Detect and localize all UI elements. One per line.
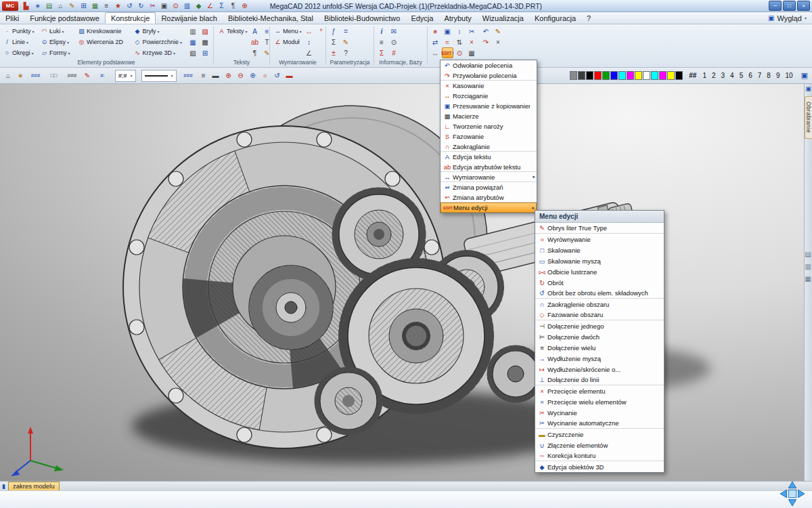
tool-icon[interactable]: ∠ bbox=[304, 47, 315, 58]
pan-navigator-icon[interactable] bbox=[780, 481, 805, 507]
menu-item-edycja-tekstu[interactable]: AEdycja tekstu bbox=[441, 152, 537, 162]
submenu-item-czyszczenie[interactable]: ▬Czyszczenie bbox=[535, 429, 664, 440]
maximize-button[interactable]: □ bbox=[783, 1, 796, 11]
menu-biblioteki-budownictwo[interactable]: Biblioteki-Budownictwo bbox=[319, 12, 406, 24]
grid-icon[interactable]: ⊞ bbox=[78, 1, 89, 11]
tool-icon[interactable]: i bbox=[376, 26, 388, 37]
layer-number[interactable]: 1 bbox=[702, 72, 706, 79]
tool-icon[interactable]: #: bbox=[94, 70, 112, 82]
tool-icon[interactable]: ≡ bbox=[262, 26, 273, 37]
tool-icon[interactable]: # bbox=[388, 47, 400, 58]
tool-icon[interactable]: ### bbox=[64, 70, 81, 82]
tool-icon[interactable]: ¶ bbox=[250, 47, 261, 58]
corner-icon[interactable]: ▙ bbox=[21, 1, 31, 11]
tool-icon[interactable]: ▦ bbox=[466, 47, 478, 58]
tool-icon[interactable]: ƒ bbox=[328, 26, 340, 37]
linie-button[interactable]: /Linie▾ bbox=[1, 37, 39, 47]
tool-icon[interactable]: ↕ bbox=[454, 26, 466, 37]
krzywe3d-button[interactable]: ∿Krzywe 3D▾ bbox=[132, 47, 188, 58]
wyglad-menu[interactable]: ▣ Wygląd ▾ bbox=[763, 12, 812, 24]
menu-konstrukcje[interactable]: Konstrukcje bbox=[105, 12, 156, 24]
home-icon[interactable]: ⌂ bbox=[55, 1, 66, 11]
submenu-item-korekcja-konturu[interactable]: ∼Korekcja konturu bbox=[535, 450, 664, 461]
tool-icon[interactable]: ▧ bbox=[187, 47, 199, 58]
pan-icon[interactable]: ▬ bbox=[284, 70, 296, 82]
tool-icon[interactable]: ✎ bbox=[493, 26, 504, 37]
sum-icon[interactable]: Σ bbox=[217, 1, 227, 11]
tool-icon[interactable]: ± bbox=[328, 47, 340, 58]
tool-icon[interactable]: = bbox=[340, 26, 352, 37]
tool-icon[interactable]: ▣ bbox=[442, 26, 453, 37]
tab-obrabianie[interactable]: Obrabianie bbox=[805, 96, 812, 139]
color-swatch[interactable] bbox=[667, 71, 675, 80]
tool-icon[interactable]: ↶ bbox=[480, 26, 492, 37]
solid-icon[interactable]: ◆ bbox=[194, 1, 204, 11]
redo-icon[interactable]: ↻ bbox=[136, 1, 146, 11]
menu-atrybuty[interactable]: Atrybuty bbox=[438, 12, 476, 24]
menu-item-rozciaganie[interactable]: ↔Rozciąganie bbox=[441, 91, 537, 101]
menu-edycja[interactable]: Edycja bbox=[405, 12, 438, 24]
tool-icon[interactable]: ⇅ bbox=[454, 37, 466, 47]
layer-number[interactable]: 5 bbox=[740, 72, 744, 79]
menu-item-kasowanie[interactable]: ×Kasowanie bbox=[441, 81, 537, 91]
color-swatch[interactable] bbox=[659, 71, 667, 80]
tool-icon[interactable]: Σ bbox=[376, 47, 388, 58]
minimize-button[interactable]: ─ bbox=[769, 1, 782, 11]
tool-icon[interactable]: ab bbox=[250, 37, 261, 47]
submenu-item-wycinanie-auto[interactable]: ✂Wycinanie automatyczne bbox=[535, 418, 664, 429]
menu-funkcje-podstawowe[interactable]: Funkcje podstawowe bbox=[24, 12, 105, 24]
menu-item-zmiana-atrybutow[interactable]: a=Zmiana atrybutów bbox=[441, 192, 537, 203]
model-extents-icon[interactable]: ▮ bbox=[2, 483, 5, 490]
modul-button[interactable]: ∠Moduł bbox=[272, 37, 304, 47]
tool-icon[interactable]: ✎ bbox=[340, 37, 352, 47]
submenu-item-skalowanie-mysza[interactable]: ▭Skalowanie myszą bbox=[535, 255, 664, 266]
layer-number[interactable]: 9 bbox=[776, 72, 780, 79]
tool-icon[interactable]: ✎ bbox=[82, 70, 93, 82]
tool-icon[interactable]: ▥ bbox=[187, 26, 199, 37]
tool-icon[interactable]: ↔ bbox=[304, 26, 315, 37]
undo-icon[interactable]: ↺ bbox=[125, 1, 135, 11]
tool-icon[interactable]: ▬ bbox=[210, 70, 222, 82]
submenu-item-przeciecie-wielu[interactable]: ×Przecięcie wielu elementów bbox=[535, 396, 664, 407]
menu-rozwijanie-blach[interactable]: Rozwijanie blach bbox=[156, 12, 223, 24]
center-icon[interactable]: ⊙ bbox=[171, 1, 181, 11]
submenu-item-wydluzenie-mysza[interactable]: →Wydłużenie myszą bbox=[535, 353, 664, 364]
zoom-plus-icon[interactable]: ⊕ bbox=[240, 1, 250, 11]
layer-number[interactable]: 4 bbox=[730, 72, 734, 79]
zoom-in-icon[interactable]: ⊕ bbox=[223, 70, 235, 82]
color-swatch[interactable] bbox=[618, 71, 626, 80]
tool-icon[interactable]: ↷ bbox=[480, 37, 492, 47]
tool-icon[interactable]: ↔ bbox=[430, 47, 441, 58]
tool-icon[interactable]: ⌂ bbox=[3, 70, 14, 82]
luki-button[interactable]: ◠Łuki▾ bbox=[39, 26, 76, 37]
hatch-icon[interactable]: ▦ bbox=[90, 1, 100, 11]
menu-wizualizacja[interactable]: Wizualizacja bbox=[477, 12, 529, 24]
zoom-out-icon[interactable]: ⊖ bbox=[235, 70, 247, 82]
wiercenia-button[interactable]: ◎Wiercenia 2D bbox=[76, 37, 132, 47]
menu-item-zmiana-powiazan[interactable]: ##Zmiana powiązań bbox=[441, 182, 537, 192]
submenu-item-zaokraglenie-obszaru[interactable]: ∩Zaokrąglenie obszaru bbox=[535, 299, 664, 310]
menu-item-wymiarowanie[interactable]: ↔Wymiarowanie▸ bbox=[441, 172, 537, 182]
powierzchnie-button[interactable]: ◇Powierzchnie▾ bbox=[132, 37, 188, 47]
submenu-item-dolaczenie-do-linii[interactable]: ⊥Dołączenie do linii bbox=[535, 375, 664, 385]
menu-item-edycja-atrybutow[interactable]: abEdycja atrybutów tekstu bbox=[441, 162, 537, 172]
copy-icon[interactable]: ▣ bbox=[159, 1, 169, 11]
layer-number[interactable]: 7 bbox=[758, 72, 762, 79]
menu-item-przesuwanie[interactable]: ▣Przesuwanie z kopiowaniem bbox=[441, 101, 537, 111]
layer-number[interactable]: 10 bbox=[785, 72, 792, 79]
submenu-item-dolaczenie-wielu[interactable]: ≡Dołączenie wielu bbox=[535, 342, 664, 353]
tool-icon[interactable]: ✉ bbox=[388, 26, 400, 37]
submenu-item-obrot[interactable]: ↻Obrót bbox=[535, 277, 664, 288]
zoom-window-icon[interactable]: ⊕ bbox=[248, 70, 259, 82]
tool-icon[interactable]: ∗ bbox=[430, 26, 441, 37]
panel-toggle-icon[interactable]: ▣ bbox=[801, 71, 808, 80]
tool-icon[interactable]: T bbox=[262, 37, 273, 47]
submenu-item-zlaczenie[interactable]: ∪Złączenie elementów bbox=[535, 440, 664, 450]
tool-icon[interactable]: ≡ bbox=[376, 37, 388, 47]
tool-icon[interactable]: × bbox=[493, 37, 504, 47]
tool-icon[interactable]: ### bbox=[180, 70, 198, 82]
menu-item-zaokraglanie[interactable]: ∩Zaokrąglanie bbox=[441, 142, 537, 152]
submenu-item-odbicie[interactable]: ▷◁Odbicie lustrzane bbox=[535, 266, 664, 277]
submenu-item-wyrownywanie[interactable]: ≈Wyrównywanie bbox=[535, 234, 664, 245]
okregi-button[interactable]: ○Okręgi▾ bbox=[1, 47, 39, 58]
